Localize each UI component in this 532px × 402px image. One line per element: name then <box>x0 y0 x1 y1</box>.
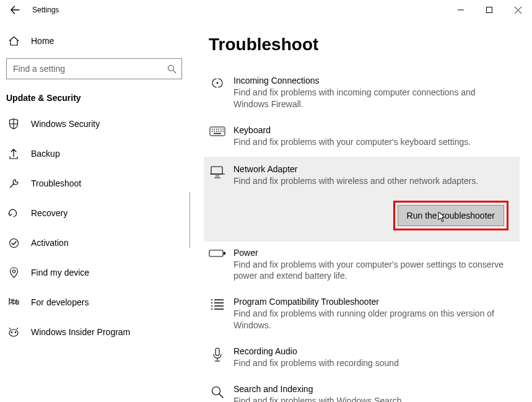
battery-icon <box>209 249 226 258</box>
item-network-adapter[interactable]: Network Adapter Find and fix problems wi… <box>204 157 520 242</box>
close-button[interactable] <box>504 0 532 20</box>
item-search-indexing[interactable]: Search and Indexing Find and fix problem… <box>209 378 520 402</box>
nav-label: For developers <box>31 297 89 307</box>
network-adapter-icon <box>209 165 226 179</box>
svg-rect-9 <box>211 167 222 174</box>
recovery-icon <box>7 208 20 218</box>
location-icon <box>7 267 20 278</box>
item-program-compatibility[interactable]: Program Compatibility Troubleshooter Fin… <box>209 291 520 340</box>
svg-point-4 <box>9 330 18 336</box>
nav-label: Windows Security <box>31 119 100 129</box>
item-title: Program Compatibility Troubleshooter <box>233 297 512 307</box>
keyboard-icon <box>209 126 226 136</box>
item-title: Keyboard <box>233 125 471 135</box>
insider-icon <box>7 327 20 337</box>
nav-label: Activation <box>31 238 69 248</box>
item-title: Incoming Connections <box>233 76 512 85</box>
nav-windows-insider[interactable]: Windows Insider Program <box>6 317 184 347</box>
item-title: Recording Audio <box>233 346 399 356</box>
nav-label: Troubleshoot <box>31 178 81 188</box>
nav-find-my-device[interactable]: Find my device <box>6 258 184 287</box>
close-icon <box>515 7 521 14</box>
search-icon <box>167 64 177 74</box>
back-arrow-icon <box>10 5 20 15</box>
category-heading: Update & Security <box>6 93 184 103</box>
item-desc: Find and fix problems with wireless and … <box>233 175 478 187</box>
list-icon <box>209 298 226 310</box>
check-icon <box>7 238 20 248</box>
run-troubleshooter-button[interactable]: Run the troubleshooter <box>398 205 504 226</box>
sidebar: Home Update & Security Windows Security <box>0 20 190 402</box>
nav-list: Windows Security Backup Troubleshoot Rec… <box>6 109 184 347</box>
home-nav[interactable]: Home <box>6 28 184 53</box>
window-controls <box>447 0 532 20</box>
incoming-connections-icon <box>209 77 226 89</box>
nav-for-developers[interactable]: For developers <box>6 287 184 317</box>
svg-rect-12 <box>216 348 219 356</box>
window-title: Settings <box>32 6 59 14</box>
svg-point-2 <box>9 238 18 247</box>
troubleshooter-list: Incoming Connections Find and fix proble… <box>209 69 520 402</box>
home-icon <box>7 36 20 46</box>
search-box[interactable] <box>6 58 182 79</box>
backup-icon <box>7 148 20 159</box>
nav-label: Recovery <box>31 208 68 218</box>
nav-label: Windows Insider Program <box>31 327 130 337</box>
item-desc: Find and fix problems with your computer… <box>233 136 471 148</box>
item-power[interactable]: Power Find and fix problems with your co… <box>209 242 520 291</box>
svg-point-7 <box>217 82 219 84</box>
svg-point-3 <box>12 270 15 273</box>
item-desc: Find and fix problems with incoming comp… <box>233 87 512 110</box>
scrollbar-indicator[interactable] <box>190 192 190 248</box>
minimize-button[interactable] <box>447 0 475 20</box>
item-incoming-connections[interactable]: Incoming Connections Find and fix proble… <box>209 69 520 119</box>
item-title: Power <box>233 248 512 258</box>
highlight-box: Run the troubleshooter <box>393 201 508 230</box>
nav-label: Backup <box>31 149 60 159</box>
item-recording-audio[interactable]: Recording Audio Find and fix problems wi… <box>209 340 520 378</box>
shield-icon <box>7 118 20 129</box>
svg-point-1 <box>168 65 174 71</box>
nav-windows-security[interactable]: Windows Security <box>6 109 184 139</box>
maximize-icon <box>486 7 492 13</box>
nav-recovery[interactable]: Recovery <box>6 198 184 228</box>
maximize-button[interactable] <box>475 0 504 20</box>
nav-troubleshoot[interactable]: Troubleshoot <box>6 168 184 198</box>
svg-rect-11 <box>224 252 225 255</box>
item-title: Network Adapter <box>233 164 478 174</box>
item-desc: Find and fix problems with recording sou… <box>233 357 399 369</box>
svg-rect-10 <box>209 250 223 256</box>
item-desc: Find and fix problems with Windows Searc… <box>233 395 402 402</box>
back-button[interactable] <box>6 1 24 19</box>
item-desc: Find and fix problems with your computer… <box>233 259 512 282</box>
item-desc: Find and fix problems with running older… <box>233 308 512 331</box>
nav-backup[interactable]: Backup <box>6 139 184 168</box>
home-label: Home <box>31 36 54 46</box>
developers-icon <box>7 297 20 307</box>
svg-rect-0 <box>487 7 492 13</box>
page-title: Troubleshoot <box>209 35 520 55</box>
wrench-icon <box>7 178 20 189</box>
svg-point-5 <box>11 331 13 333</box>
item-title: Search and Indexing <box>233 384 402 394</box>
minimize-icon <box>458 7 464 13</box>
microphone-icon <box>209 347 226 362</box>
svg-point-6 <box>15 331 17 333</box>
run-button-label: Run the troubleshooter <box>407 211 495 221</box>
search-input[interactable] <box>13 64 167 74</box>
nav-label: Find my device <box>31 268 89 277</box>
search-icon <box>209 385 226 399</box>
nav-activation[interactable]: Activation <box>6 228 184 258</box>
main-content: Troubleshoot Incoming Connections Find a… <box>190 20 532 402</box>
title-bar: Settings <box>0 0 532 20</box>
item-keyboard[interactable]: Keyboard Find and fix problems with your… <box>209 119 520 157</box>
